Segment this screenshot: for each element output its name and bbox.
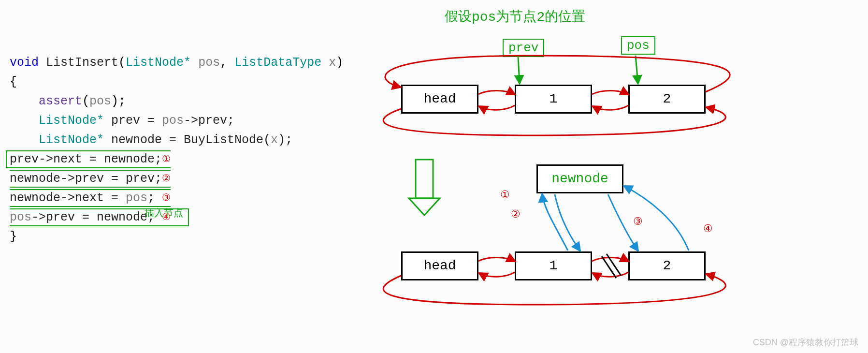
pos-ref: pos: [162, 114, 184, 128]
arrow-prev-icon: [518, 57, 520, 83]
mark1: ①: [500, 189, 510, 202]
type2: ListDataType: [234, 56, 321, 70]
prev-assign: prev =: [104, 114, 162, 128]
code-block: void ListInsert(ListNode* pos, ListDataT…: [10, 34, 343, 247]
arrow-pos-icon: [636, 56, 638, 83]
node-1-bot: 1: [515, 251, 592, 280]
mark3: ③: [633, 215, 643, 228]
step4b: ->prev = newnode;: [31, 210, 155, 224]
node-head-top: head: [401, 85, 478, 114]
prev-tag: prev: [503, 39, 544, 57]
node-newnode: newnode: [536, 164, 623, 193]
pos-tag: pos: [621, 36, 655, 55]
svg-rect-0: [416, 160, 433, 198]
call-assert: assert: [39, 94, 82, 108]
step3a: newnode->next =: [10, 191, 126, 205]
new-assign: newnode = BuyListNode(: [104, 133, 271, 147]
step1: prev->next = newnode;: [10, 152, 162, 166]
node-2-top: 2: [628, 85, 706, 114]
step2: newnode->prev = prev;: [10, 172, 162, 186]
step3c: ;: [147, 191, 155, 205]
node-head-bot: head: [401, 251, 478, 280]
node-1-top: 1: [515, 85, 592, 114]
insert-note: 插入节点: [145, 204, 183, 223]
num2: ②: [162, 169, 171, 189]
new-close: );: [278, 133, 292, 147]
mark2: ②: [511, 208, 521, 221]
type1: ListNode*: [126, 56, 191, 70]
watermark: CSDN @程序猿教你打篮球: [753, 337, 858, 348]
prev-rhs: ->prev;: [184, 114, 234, 128]
x-ref: x: [271, 133, 278, 147]
num1: ①: [162, 150, 171, 169]
svg-line-2: [607, 254, 621, 276]
type4: ListNode*: [39, 133, 104, 147]
kw-void: void: [10, 56, 39, 70]
fn-name: ListInsert: [46, 56, 118, 70]
mark4: ④: [703, 222, 713, 235]
step4a: pos: [10, 210, 31, 224]
diagram-title: 假设pos为节点2的位置: [445, 7, 585, 26]
down-arrow-icon: [409, 160, 440, 215]
svg-line-1: [602, 256, 616, 278]
type3: ListNode*: [39, 114, 104, 128]
param2: x: [329, 56, 336, 70]
node-2-bot: 2: [628, 251, 706, 280]
assert-arg: pos: [89, 94, 111, 108]
insert-steps-box: prev->next = newnode;① newnode->prev = p…: [6, 150, 189, 226]
param1: pos: [198, 56, 220, 70]
newnode-label: newnode: [551, 171, 608, 186]
step3b: pos: [126, 191, 147, 205]
